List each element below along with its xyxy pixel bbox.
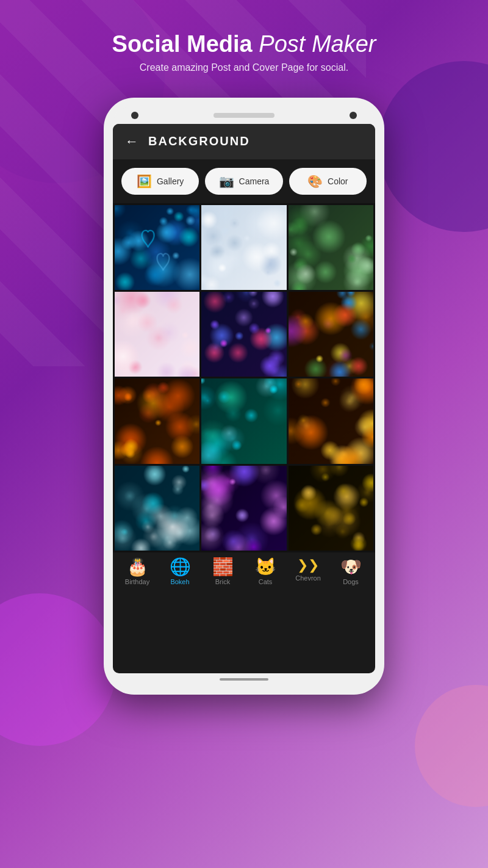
grid-cell-9[interactable] xyxy=(289,378,373,463)
tab-bokeh[interactable]: 🌐 Bokeh xyxy=(162,559,198,585)
grid-cell-6[interactable] xyxy=(289,292,373,377)
grid-cell-10[interactable] xyxy=(115,466,199,551)
chevron-icon: ❯❯ xyxy=(297,559,319,572)
birthday-icon: 🎂 xyxy=(127,559,148,576)
header: Social Media Post Maker Create amazing P… xyxy=(0,0,488,85)
grid-cell-12[interactable] xyxy=(289,466,373,551)
grid-cell-4[interactable] xyxy=(115,292,199,377)
phone-mockup: ← BACKGROUND 🖼️ Gallery 📷 Camera 🎨 Color xyxy=(104,98,384,695)
app-topbar: ← BACKGROUND xyxy=(113,124,375,159)
cats-icon: 🐱 xyxy=(255,559,276,576)
camera-icon: 📷 xyxy=(219,174,234,189)
dogs-icon: 🐶 xyxy=(340,559,362,576)
phone-bottom-bar xyxy=(113,673,375,685)
gallery-icon: 🖼️ xyxy=(137,174,152,189)
gallery-label: Gallery xyxy=(157,176,184,186)
action-buttons-row: 🖼️ Gallery 📷 Camera 🎨 Color xyxy=(113,159,375,203)
app-screen-title: BACKGROUND xyxy=(148,134,250,148)
phone-screen: ← BACKGROUND 🖼️ Gallery 📷 Camera 🎨 Color xyxy=(113,124,375,673)
gallery-button[interactable]: 🖼️ Gallery xyxy=(121,168,199,195)
header-title: Social Media Post Maker xyxy=(12,31,476,59)
background-image-grid xyxy=(113,203,375,552)
chevron-label: Chevron xyxy=(295,574,321,582)
front-camera-left xyxy=(131,112,138,119)
grid-cell-7[interactable] xyxy=(115,378,199,463)
grid-cell-1[interactable] xyxy=(115,205,199,290)
grid-cell-3[interactable] xyxy=(289,205,373,290)
birthday-label: Birthday xyxy=(125,578,149,585)
grid-cell-2[interactable] xyxy=(201,205,286,290)
bokeh-label: Bokeh xyxy=(170,578,189,585)
bg-circle-3 xyxy=(0,593,116,746)
tab-brick[interactable]: 🧱 Brick xyxy=(204,559,241,585)
tab-chevron[interactable]: ❯❯ Chevron xyxy=(290,559,326,585)
grid-cell-11[interactable] xyxy=(201,466,286,551)
header-title-italic: Post Maker xyxy=(259,31,376,57)
camera-button[interactable]: 📷 Camera xyxy=(205,168,282,195)
header-subtitle: Create amazing Post and Cover Page for s… xyxy=(12,62,476,73)
brick-label: Brick xyxy=(215,578,230,585)
tab-dogs[interactable]: 🐶 Dogs xyxy=(332,559,369,585)
color-button[interactable]: 🎨 Color xyxy=(289,168,367,195)
grid-cell-8[interactable] xyxy=(201,378,286,463)
front-camera-right xyxy=(350,112,357,119)
dogs-label: Dogs xyxy=(343,578,359,585)
home-indicator xyxy=(220,678,268,681)
back-button[interactable]: ← xyxy=(125,134,138,150)
tab-birthday[interactable]: 🎂 Birthday xyxy=(119,559,156,585)
brick-icon: 🧱 xyxy=(212,559,234,576)
phone-speaker xyxy=(214,113,274,118)
cats-label: Cats xyxy=(259,578,273,585)
phone-top-bar xyxy=(113,107,375,124)
tab-cats[interactable]: 🐱 Cats xyxy=(247,559,284,585)
bg-circle-2 xyxy=(378,61,488,232)
color-label: Color xyxy=(328,176,348,186)
camera-label: Camera xyxy=(239,176,270,186)
bokeh-icon: 🌐 xyxy=(170,559,191,576)
color-icon: 🎨 xyxy=(307,174,323,189)
bg-circle-4 xyxy=(415,685,488,807)
header-title-bold: Social Media xyxy=(112,31,253,57)
category-tabs: 🎂 Birthday 🌐 Bokeh 🧱 Brick 🐱 Cats ❯❯ Che… xyxy=(113,552,375,591)
grid-cell-5[interactable] xyxy=(201,292,286,377)
